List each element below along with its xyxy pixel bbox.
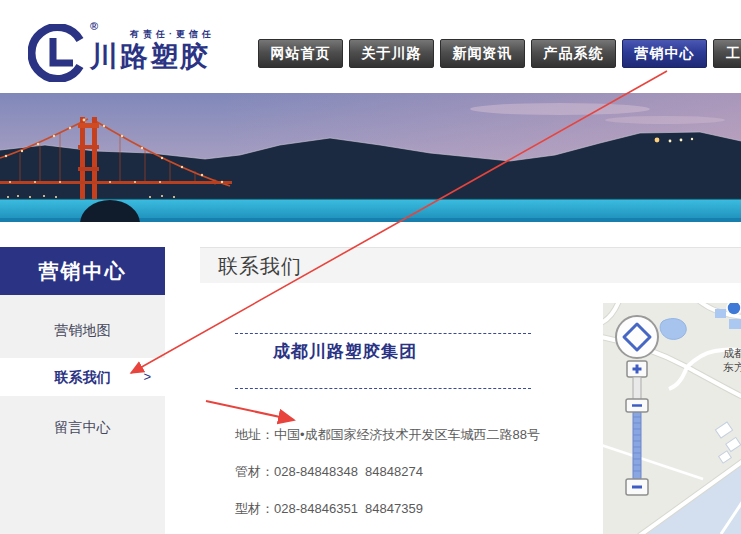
registered-mark: ®	[90, 20, 98, 32]
page-title: 联系我们	[218, 253, 302, 280]
map-label-1: 成都	[723, 347, 741, 359]
nav-item-home[interactable]: 网站首页	[258, 39, 343, 68]
nav-item-marketing[interactable]: 营销中心	[622, 39, 707, 68]
main-nav: 网站首页 关于川路 新闻资讯 产品系统 营销中心 工	[258, 39, 741, 68]
zoom-track-upper	[633, 377, 641, 400]
sidebar-menu: 营销地图 联系我们 > 留言中心	[0, 295, 165, 534]
zoom-track-lower	[633, 412, 641, 479]
cl-logo-icon	[28, 24, 86, 82]
company-name: 成都川路塑胶集团	[273, 340, 417, 363]
contact-label: 型材：	[235, 501, 274, 516]
contact-pipes-row: 管材：028-84848348 84848274	[235, 463, 423, 481]
map-poi-marker	[727, 303, 741, 315]
page-title-bar: 联系我们	[200, 247, 741, 283]
contact-content: 成都川路塑胶集团 地址：中国•成都国家经济技术开发区车城西二路88号 管材：02…	[200, 283, 600, 534]
contact-address-row: 地址：中国•成都国家经济技术开发区车城西二路88号	[235, 426, 540, 444]
contact-label: 管材：	[235, 464, 274, 479]
dashed-divider-bottom	[235, 388, 531, 389]
nav-item-projects-partial[interactable]: 工	[713, 39, 741, 68]
sidebar-item-message-center[interactable]: 留言中心	[0, 407, 165, 447]
nav-item-about[interactable]: 关于川路	[349, 39, 434, 68]
map-pond	[660, 319, 686, 340]
contact-value: 028-84848348 84848274	[274, 464, 423, 479]
sidebar: 营销中心 营销地图 联系我们 > 留言中心	[0, 247, 165, 534]
logo-link[interactable]: ® 有责任·更信任 川路塑胶	[28, 20, 258, 82]
nav-item-news[interactable]: 新闻资讯	[440, 39, 525, 68]
sidebar-item-marketing-map[interactable]: 营销地图	[0, 310, 165, 350]
chevron-right-icon: >	[143, 358, 151, 396]
sidebar-item-contact-us[interactable]: 联系我们 >	[0, 358, 165, 396]
brand-name: 川路塑胶	[90, 38, 210, 76]
sidebar-title: 营销中心	[0, 247, 165, 295]
map-label-2: 东方	[723, 361, 741, 373]
map-pan-control[interactable]	[616, 316, 658, 358]
page: ® 有责任·更信任 川路塑胶 网站首页 关于川路 新闻资讯 产品系统 营销中心 …	[0, 0, 741, 534]
dashed-divider-top	[235, 333, 531, 334]
location-map[interactable]: 成都 东方	[603, 303, 741, 534]
hero-banner-image	[0, 93, 741, 222]
site-header: ® 有责任·更信任 川路塑胶 网站首页 关于川路 新闻资讯 产品系统 营销中心 …	[0, 0, 741, 93]
sidebar-item-label: 联系我们	[55, 369, 111, 385]
contact-profiles-row: 型材：028-84846351 84847359	[235, 500, 423, 518]
contact-label: 地址：	[235, 427, 274, 442]
nav-item-products[interactable]: 产品系统	[531, 39, 616, 68]
contact-value: 028-84846351 84847359	[274, 501, 423, 516]
contact-value: 中国•成都国家经济技术开发区车城西二路88号	[274, 427, 540, 442]
